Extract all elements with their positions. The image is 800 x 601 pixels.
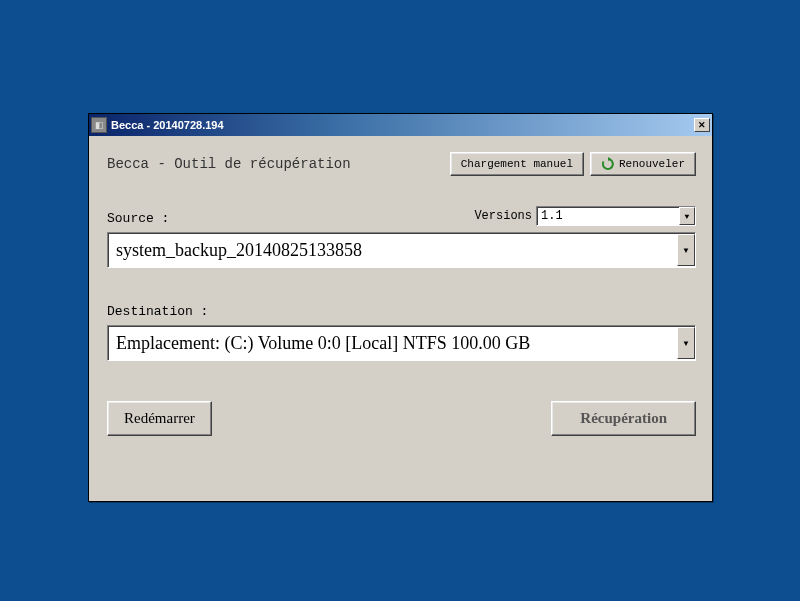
versions-value: 1.1 [541,209,563,223]
footer-row: Redémarrer Récupération [107,401,696,436]
titlebar: ◧ Becca - 20140728.194 ✕ [89,114,712,136]
chevron-down-icon[interactable]: ▼ [677,327,695,359]
chevron-down-icon[interactable]: ▼ [677,234,695,266]
versions-select[interactable]: 1.1 ▼ [536,206,696,226]
app-title: Becca - Outil de récupération [107,156,351,172]
restart-label: Redémarrer [124,410,195,426]
chevron-down-icon[interactable]: ▼ [679,207,695,225]
versions-group: Versions 1.1 ▼ [474,206,696,226]
versions-label: Versions [474,209,532,223]
manual-load-label: Chargement manuel [461,158,573,170]
source-label: Source : [107,211,169,226]
window-title: Becca - 20140728.194 [111,119,694,131]
app-icon: ◧ [91,117,107,133]
close-button[interactable]: ✕ [694,118,710,132]
restart-button[interactable]: Redémarrer [107,401,212,436]
refresh-icon [601,157,615,171]
content-area: Becca - Outil de récupération Chargement… [89,136,712,452]
recover-label: Récupération [580,410,667,426]
destination-label: Destination : [107,304,696,319]
app-window: ◧ Becca - 20140728.194 ✕ Becca - Outil d… [88,113,713,502]
destination-combo[interactable]: Emplacement: (C:) Volume 0:0 [Local] NTF… [107,325,696,361]
source-value: system_backup_20140825133858 [116,240,362,261]
source-header-row: Source : Versions 1.1 ▼ [107,206,696,226]
source-combo[interactable]: system_backup_20140825133858 ▼ [107,232,696,268]
header-buttons: Chargement manuel Renouveler [450,152,696,176]
header-row: Becca - Outil de récupération Chargement… [107,152,696,176]
refresh-button[interactable]: Renouveler [590,152,696,176]
recover-button[interactable]: Récupération [551,401,696,436]
destination-value: Emplacement: (C:) Volume 0:0 [Local] NTF… [116,333,530,354]
refresh-label: Renouveler [619,158,685,170]
manual-load-button[interactable]: Chargement manuel [450,152,584,176]
